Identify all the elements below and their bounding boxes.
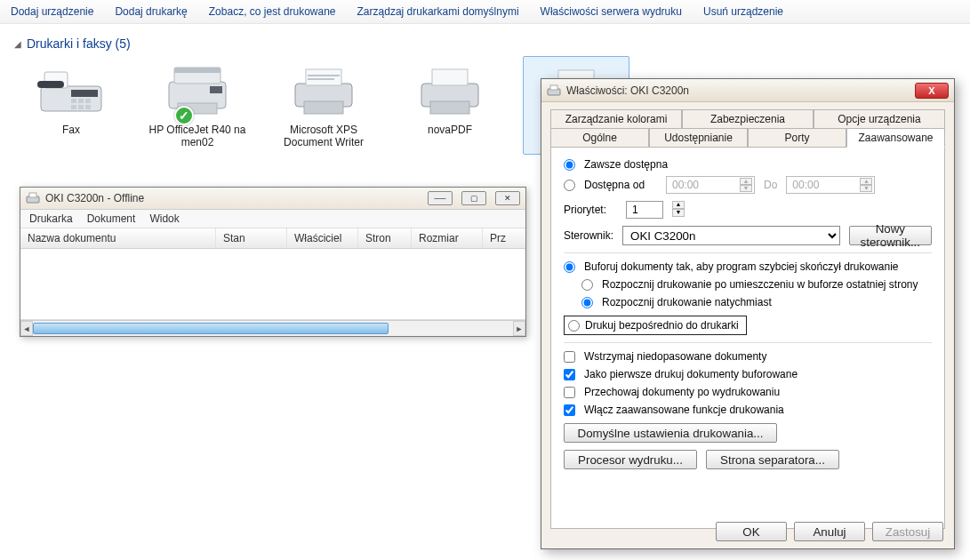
ok-button[interactable]: OK [716,522,787,541]
device-xps[interactable]: Microsoft XPS Document Writer [270,56,377,155]
svg-rect-5 [85,99,91,103]
collapse-caret-icon: ◢ [14,39,21,49]
label-spool: Buforuj dokumenty tak, aby program szybc… [584,260,899,273]
dialog-buttons: OK Anuluj Zastosuj [716,522,943,541]
device-hp[interactable]: ✓ HP OfficeJet R40 na men02 [144,56,251,155]
svg-rect-22 [430,101,469,114]
maximize-button[interactable]: ▢ [461,191,486,205]
device-fax[interactable]: Fax [18,56,124,155]
minimize-button[interactable]: ── [428,191,453,205]
device-label: novaPDF [397,122,503,141]
separator-page-button[interactable]: Strona separatora... [706,450,839,469]
menu-document[interactable]: Dokument [87,212,136,225]
spinner-icon[interactable]: ▲▼ [672,201,685,219]
cmd-manage-default[interactable]: Zarządzaj drukarkami domyślnymi [357,5,519,18]
driver-select[interactable]: OKI C3200n [622,226,840,245]
queue-title: OKI C3200n - Offline [45,192,419,204]
label-print-direct: Drukuj bezpośrednio do drukarki [585,319,739,332]
device-label: Fax [18,122,124,141]
category-header[interactable]: ◢ Drukarki i faksy (5) [0,24,970,56]
time-to-value: 00:00 [792,179,819,191]
tab-color-management[interactable]: Zarządzanie kolorami [550,109,682,128]
tab-sharing[interactable]: Udostępnianie [649,128,748,147]
close-button[interactable]: ✕ [495,191,520,205]
radio-spool[interactable] [564,261,575,273]
time-from-input[interactable]: 00:00 ▲▼ [666,176,755,194]
direct-print-option[interactable]: Drukuj bezpośrednio do drukarki [564,316,747,335]
svg-rect-4 [78,99,84,103]
separator [564,252,932,253]
close-button[interactable]: X [915,83,949,99]
separator [564,342,932,343]
printer-small-icon [547,84,561,97]
tab-row-top: Zarządzanie kolorami Zabezpieczenia Opcj… [550,109,945,128]
tab-ports[interactable]: Porty [748,128,846,147]
spinner-icon[interactable]: ▲▼ [860,178,872,192]
svg-rect-7 [78,105,84,109]
command-bar: Dodaj urządzenie Dodaj drukarkę Zobacz, … [0,0,970,24]
advanced-panel: Zawsze dostępna Dostępna od 00:00 ▲▼ Do … [550,147,945,529]
label-advanced-features: Włącz zaawansowane funkcje drukowania [584,404,784,416]
queue-list [20,249,525,320]
fax-icon [36,67,107,116]
radio-always-available[interactable] [564,159,575,171]
radio-available-from[interactable] [564,180,575,191]
priority-input[interactable]: 1 [626,201,663,219]
col-submitted[interactable]: Prz [483,228,525,248]
col-pages[interactable]: Stron [358,228,412,248]
cmd-add-device[interactable]: Dodaj urządzenie [11,5,93,18]
device-label: Microsoft XPS Document Writer [270,122,377,155]
tab-general[interactable]: Ogólne [550,128,649,147]
queue-titlebar[interactable]: OKI C3200n - Offline ── ▢ ✕ [20,188,525,210]
new-driver-button[interactable]: Nowy sterownik... [849,226,932,245]
tab-device-options[interactable]: Opcje urządzenia [814,109,945,128]
menu-view[interactable]: Widok [149,212,179,225]
radio-spool-immediately[interactable] [581,297,593,308]
printer-icon [288,64,359,117]
print-processor-button[interactable]: Procesor wydruku... [564,450,697,469]
scroll-left-icon[interactable]: ◄ [20,321,33,336]
spinner-icon[interactable]: ▲▼ [740,178,752,192]
scroll-thumb[interactable] [33,323,389,334]
cmd-server-props[interactable]: Właściwości serwera wydruku [541,5,682,18]
svg-rect-29 [550,85,557,90]
check-print-spooled-first[interactable] [564,369,575,380]
queue-menubar: Drukarka Dokument Widok [20,210,525,228]
cmd-remove-device[interactable]: Usuń urządzenie [703,5,783,18]
cmd-see-printing[interactable]: Zobacz, co jest drukowane [209,5,336,18]
check-keep-docs[interactable] [564,387,575,398]
props-titlebar[interactable]: Właściwości: OKI C3200n X [541,79,954,102]
check-hold-mismatch[interactable] [564,351,575,363]
svg-rect-6 [71,105,76,109]
apply-button[interactable]: Zastosuj [872,522,943,541]
device-novapdf[interactable]: novaPDF [397,56,503,155]
radio-spool-after-last[interactable] [581,279,593,291]
col-owner[interactable]: Właściciel [287,228,358,248]
label-spool-after-last: Rozpocznij drukowanie po umieszczeniu w … [602,278,918,291]
svg-rect-8 [85,105,91,109]
time-from-value: 00:00 [672,179,699,191]
print-queue-window: OKI C3200n - Offline ── ▢ ✕ Drukarka Dok… [20,187,526,337]
menu-printer[interactable]: Drukarka [29,212,73,225]
svg-rect-12 [174,68,220,73]
scroll-right-icon[interactable]: ► [513,321,525,336]
category-title: Drukarki i faksy (5) [27,36,131,51]
default-settings-button[interactable]: Domyślne ustawienia drukowania... [564,423,777,443]
svg-rect-14 [210,86,222,93]
col-document[interactable]: Nazwa dokumentu [20,228,216,248]
props-title: Właściwości: OKI C3200n [566,84,910,97]
priority-value: 1 [632,204,638,216]
printer-icon [414,64,485,117]
time-to-input[interactable]: 00:00 ▲▼ [786,176,875,194]
cmd-add-printer[interactable]: Dodaj drukarkę [115,5,187,18]
tab-row-bottom: Ogólne Udostępnianie Porty Zaawansowane [550,128,945,147]
check-advanced-features[interactable] [564,404,575,416]
cancel-button[interactable]: Anuluj [794,522,865,541]
tab-advanced[interactable]: Zaawansowane [846,128,945,148]
tab-security[interactable]: Zabezpieczenia [682,109,814,128]
default-check-icon: ✓ [174,106,194,125]
horizontal-scrollbar[interactable]: ◄ ► [20,320,525,336]
col-status[interactable]: Stan [216,228,287,248]
radio-print-direct[interactable] [568,320,580,332]
col-size[interactable]: Rozmiar [412,228,483,248]
